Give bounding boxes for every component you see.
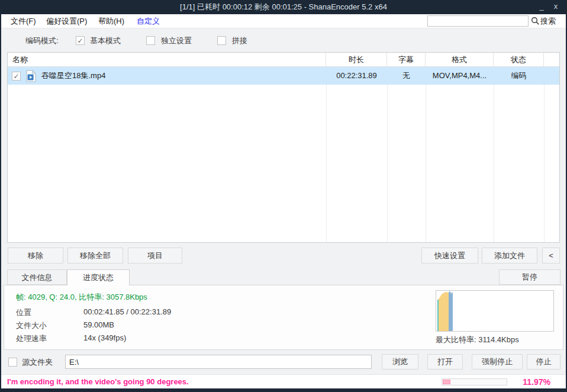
menu-preferences[interactable]: 偏好设置(P): [46, 14, 87, 28]
basic-mode-label[interactable]: 基本模式: [90, 36, 121, 46]
quick-settings-button[interactable]: 快速设置: [421, 248, 478, 264]
video-file-icon: [26, 70, 36, 82]
grid-line: [544, 67, 545, 242]
open-button[interactable]: 打开: [427, 354, 463, 369]
concat-label[interactable]: 拼接: [232, 36, 247, 46]
filesize-value: 59.00MB: [83, 320, 114, 329]
bitrate-graph: [436, 290, 554, 332]
status-bar: I'm encoding it, and the video's going 9…: [1, 374, 566, 388]
menu-custom[interactable]: 自定义: [137, 14, 160, 28]
menu-help[interactable]: 帮助(H): [98, 14, 124, 28]
app-window: [1/1] 已耗时 00:00:12 剩余 00:01:25 - ShanaEn…: [0, 0, 567, 392]
independent-settings-checkbox[interactable]: [146, 36, 155, 45]
max-bitrate-caption: 最大比特率: 3114.4Kbps: [436, 335, 519, 345]
table-row[interactable]: 吞噬星空18集.mp4 00:22:31.89 无 MOV,MP4,M4... …: [8, 67, 559, 85]
tab-file-info[interactable]: 文件信息: [7, 269, 67, 285]
column-header-duration[interactable]: 时长: [326, 53, 387, 67]
file-status: 编码: [494, 67, 544, 85]
search-icon: [531, 17, 540, 25]
force-stop-button[interactable]: 强制停止: [472, 354, 523, 369]
independent-settings-label[interactable]: 独立设置: [161, 36, 192, 46]
menu-file[interactable]: 文件(F): [11, 14, 36, 28]
pause-button[interactable]: 暂停: [499, 269, 560, 285]
titlebar: [1/1] 已耗时 00:00:12 剩余 00:01:25 - ShanaEn…: [0, 0, 567, 14]
project-button[interactable]: 项目: [128, 248, 182, 264]
grid-line: [426, 67, 426, 242]
window-content: 文件(F) 偏好设置(P) 帮助(H) 自定义 搜索 编码模式: 基本模式 独立…: [1, 14, 566, 388]
output-path-input[interactable]: [65, 355, 372, 369]
column-header-subtitle[interactable]: 字幕: [387, 53, 426, 67]
remove-button[interactable]: 移除: [8, 248, 63, 264]
source-folder-checkbox[interactable]: [8, 358, 17, 367]
speed-label: 处理速率: [16, 333, 47, 344]
file-format: MOV,MP4,M4...: [426, 67, 494, 85]
speed-value: 14x (349fps): [83, 333, 126, 342]
column-header-status[interactable]: 状态: [494, 53, 544, 67]
encoding-mode-bar: 编码模式: 基本模式 独立设置 拼接: [1, 29, 566, 52]
source-folder-label[interactable]: 源文件夹: [22, 357, 53, 368]
table-body: 吞噬星空18集.mp4 00:22:31.89 无 MOV,MP4,M4... …: [8, 67, 559, 242]
table-header: 名称 时长 字幕 格式 状态: [8, 53, 559, 67]
search-input[interactable]: [427, 15, 529, 27]
filesize-label: 文件大小: [16, 320, 47, 331]
progress-panel: 帧: 4029, Q: 24.0, 比特率: 3057.8Kbps 位置 00:…: [4, 285, 563, 350]
position-value: 00:02:41.85 / 00:22:31.89: [83, 307, 171, 316]
position-label: 位置: [16, 307, 31, 318]
stop-button[interactable]: 停止: [527, 354, 560, 369]
concat-checkbox[interactable]: [217, 36, 226, 45]
file-subtitle: 无: [387, 67, 426, 85]
grid-line: [326, 67, 327, 242]
encode-stats-line: 帧: 4029, Q: 24.0, 比特率: 3057.8Kbps: [16, 292, 147, 303]
search-button[interactable]: 搜索: [540, 14, 556, 28]
grid-line: [494, 67, 494, 242]
remove-all-button[interactable]: 移除全部: [67, 248, 123, 264]
collapse-button[interactable]: <: [542, 248, 560, 264]
column-header-name[interactable]: 名称: [8, 53, 326, 67]
window-title: [1/1] 已耗时 00:00:12 剩余 00:01:25 - ShanaEn…: [0, 0, 567, 14]
column-header-format[interactable]: 格式: [426, 53, 494, 67]
browse-button[interactable]: 浏览: [382, 354, 418, 369]
file-duration: 00:22:31.89: [326, 67, 387, 85]
basic-mode-checkbox[interactable]: [76, 36, 85, 45]
progress-bar: [442, 378, 507, 385]
row-checkbox[interactable]: [12, 72, 21, 81]
close-button[interactable]: x: [548, 0, 563, 14]
grid-line: [387, 67, 388, 242]
file-name: 吞噬星空18集.mp4: [41, 67, 105, 85]
encoding-mode-label: 编码模式:: [25, 36, 59, 46]
minimize-button[interactable]: _: [534, 0, 549, 14]
file-table: 名称 时长 字幕 格式 状态: [7, 52, 560, 243]
menubar: 文件(F) 偏好设置(P) 帮助(H) 自定义 搜索: [1, 14, 566, 28]
tab-progress-status[interactable]: 进度状态: [67, 269, 130, 285]
progress-bar-fill: [443, 380, 450, 384]
column-header-filler: [544, 53, 559, 67]
add-file-button[interactable]: 添加文件: [482, 248, 537, 264]
progress-percent: 11.97%: [523, 375, 550, 389]
status-message: I'm encoding it, and the video's going 9…: [7, 375, 189, 389]
source-folder-bar: 源文件夹 浏览 打开 强制停止 停止: [1, 354, 566, 371]
